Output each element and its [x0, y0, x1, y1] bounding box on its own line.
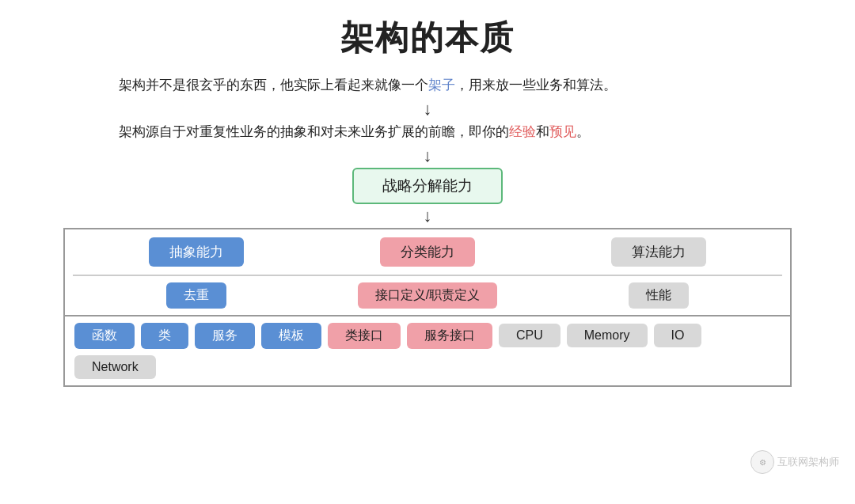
bottom-item-func: 函数: [74, 323, 135, 349]
skills-row2: 去重 接口定义/职责定义 性能: [65, 276, 790, 315]
dedup-item: 去重: [166, 282, 226, 309]
col3-row2: 性能: [543, 282, 774, 309]
bottom-item-service-interface: 服务接口: [407, 323, 492, 349]
paragraph1-highlight1: 架子: [428, 78, 455, 93]
arrow1: ↓: [424, 97, 432, 121]
paragraph2-after: 。: [576, 124, 590, 139]
col1-row1: 抽象能力: [81, 237, 312, 267]
arrow3: ↓: [424, 204, 432, 228]
bottom-item-memory: Memory: [567, 324, 648, 347]
bottom-item-io: IO: [654, 324, 702, 347]
bottom-item-class-interface: 类接口: [328, 323, 401, 349]
paragraph2-highlight2: 预见: [549, 124, 576, 139]
performance-item: 性能: [629, 282, 689, 309]
strategy-box: 战略分解能力: [352, 168, 503, 204]
bottom-item-service: 服务: [195, 323, 255, 349]
abstract-ability: 抽象能力: [149, 237, 244, 267]
page-title: 架构的本质: [340, 16, 515, 60]
paragraph1-before: 架构并不是很玄乎的东西，他实际上看起来就像一个: [119, 78, 428, 93]
interface-item: 接口定义/职责定义: [358, 282, 497, 309]
arrow2: ↓: [424, 144, 432, 168]
bottom-bar: 函数 类 服务 模板 类接口 服务接口 CPU Memory IO Networ…: [65, 315, 790, 385]
paragraph2-before: 架构源自于对重复性业务的抽象和对未来业务扩展的前瞻，即你的: [119, 124, 509, 139]
col2-row2: 接口定义/职责定义: [312, 282, 543, 309]
watermark-icon: ⚙: [750, 450, 774, 474]
paragraph2: 架构源自于对重复性业务的抽象和对未来业务扩展的前瞻，即你的经验和预见。: [119, 121, 736, 144]
paragraph1-middle: ，用来放一些业务和算法。: [455, 78, 617, 93]
algorithm-ability: 算法能力: [611, 237, 706, 267]
bottom-item-class: 类: [141, 323, 188, 349]
watermark: ⚙ 互联网架构师: [750, 450, 839, 474]
col1-row2: 去重: [81, 282, 312, 309]
watermark-text: 互联网架构师: [777, 455, 839, 469]
skills-container: 抽象能力 分类能力 算法能力 去重 接口定义/职责定义 性能 函数 类 服务: [63, 228, 792, 387]
col2-row1: 分类能力: [312, 237, 543, 267]
bottom-item-cpu: CPU: [499, 324, 560, 347]
classify-ability: 分类能力: [380, 237, 475, 267]
col3-row1: 算法能力: [543, 237, 774, 267]
skills-row1: 抽象能力 分类能力 算法能力: [65, 229, 790, 275]
strategy-box-wrapper: 战略分解能力: [48, 168, 808, 204]
bottom-item-template: 模板: [261, 323, 321, 349]
paragraph2-middle: 和: [536, 124, 549, 139]
page-container: 架构的本质 架构并不是很玄乎的东西，他实际上看起来就像一个架子，用来放一些业务和…: [0, 0, 855, 504]
paragraph2-highlight1: 经验: [509, 124, 536, 139]
bottom-item-network: Network: [74, 355, 156, 379]
paragraph1: 架构并不是很玄乎的东西，他实际上看起来就像一个架子，用来放一些业务和算法。: [119, 74, 736, 97]
